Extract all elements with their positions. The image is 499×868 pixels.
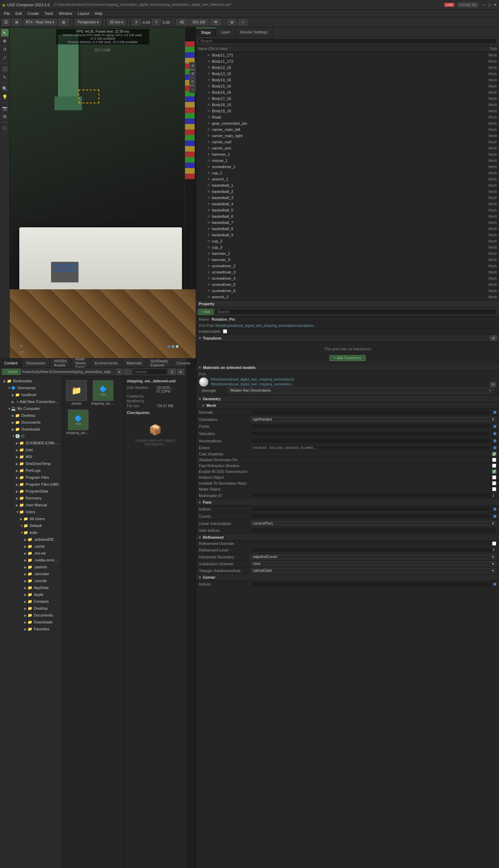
view-dropdown[interactable]: Perspective ▾ [75, 19, 101, 25]
tree-item-body11-171[interactable]: 👁 Body11_171 Mesh [196, 52, 499, 58]
tree-item-screwdriver-1[interactable]: 👁 screwdriver_1 Mesh [196, 164, 499, 170]
tool-light[interactable]: 💡 [1, 93, 9, 101]
toolbar-x-btn[interactable]: X [132, 19, 141, 25]
toolbar-layout-btn[interactable]: ☰ [2, 19, 10, 26]
tree-item-cup-3[interactable]: 👁 cup_3 Mesh [196, 244, 499, 250]
toolbar-snap-btn[interactable]: ⊞ [12, 19, 21, 25]
tool-scale[interactable]: ⤢ [1, 54, 9, 61]
folder-item-downloads[interactable]: ▶ 📁 Downloads [0, 426, 62, 433]
import-button[interactable]: ↑ Import [2, 369, 21, 375]
folder-item-recovery[interactable]: ▶ 📁 Recovery [0, 495, 62, 502]
toolbar-expand-btn[interactable]: ⤢ [238, 19, 247, 25]
folder-item-documents[interactable]: ▶ 📁 Documents [0, 612, 62, 619]
file-thumb-assets[interactable]: 📁 assets [65, 379, 88, 407]
close-btn[interactable]: ✕ [493, 2, 497, 7]
folder-item--nvidia-omniverse[interactable]: ▶ 📁 .nvidia-omniverse [0, 557, 62, 564]
collapse-btn-1[interactable]: ⚙ [189, 62, 196, 69]
face-indices-field[interactable] [251, 506, 491, 512]
tree-item-screwdriver-5[interactable]: 👁 screwdriver_5 Mesh [196, 281, 499, 288]
folder-item-msi[interactable]: ▶ 📁 MSI [0, 453, 62, 460]
add-transforms-button[interactable]: + Add Transforms [329, 355, 366, 361]
linear-interp-dropdown[interactable]: cornersPlus1 ▾ [251, 521, 496, 526]
tree-item-mouse-1[interactable]: 👁 mouse_1 Mesh [196, 157, 499, 164]
menu-window[interactable]: Window [56, 11, 74, 16]
folder-item--arduinoide[interactable]: ▶ 📁 .arduinoIDE [0, 536, 62, 543]
tree-item-basketball-2[interactable]: 👁 basketball_2 Mesh [196, 188, 499, 195]
geometry-section-header[interactable]: ▼ Geometry [196, 396, 499, 402]
folder-item-program-files--x86-[interactable]: ▶ 📁 Program Files (x86) [0, 481, 62, 488]
tree-item-carrier-roof[interactable]: 👁 carrier_roof Mesh [196, 139, 499, 145]
tool-rect[interactable]: ⬛ [1, 65, 9, 73]
file-thumb-usd1[interactable]: 🔷 USD shipping_wo...rksta...usd [90, 379, 116, 407]
menu-layout[interactable]: Layout [75, 11, 92, 16]
tree-item-body17-16[interactable]: 👁 Body17_16 Mesh [196, 95, 499, 102]
folder-item-all-users[interactable]: ▶ 📁 All Users [0, 515, 62, 522]
tree-item-basketball-3[interactable]: 👁 basketball_3 Mesh [196, 195, 499, 201]
folder-item-contacts[interactable]: ▶ 📁 Contacts [0, 598, 62, 605]
tool-grid[interactable]: ⬡ [1, 124, 9, 132]
tree-item-road[interactable]: 👁 Road Mesh [196, 114, 499, 120]
cast-shadows-checkbox[interactable] [492, 452, 496, 456]
tab-layer[interactable]: Layer [216, 28, 236, 36]
folder-item---add-new-connection---[interactable]: ▶ + Add New Connection... [0, 398, 62, 405]
content-list-btn[interactable]: ☰ [169, 369, 176, 375]
corner-section-header[interactable]: ▼ Corner [196, 574, 499, 581]
tree-item-gear-connection-pin[interactable]: 👁 gear_connection_pin Mesh [196, 120, 499, 126]
strength-dropdown[interactable]: Weaker than Descendants ▾ [228, 388, 493, 393]
transform-section-header[interactable]: ▼ Transform ⊞ [196, 334, 499, 342]
tree-item-hammer-2[interactable]: 👁 hammer_2 Mesh [196, 250, 499, 257]
folder-item-my-computer[interactable]: ▼ 💻 My Computer [0, 405, 62, 412]
folder-item-intel[interactable]: ▶ 📁 Intel [0, 446, 62, 453]
tab-asset-stores[interactable]: Asset Stores (beta) [71, 359, 91, 367]
face-section-header[interactable]: ▼ Face [196, 499, 499, 506]
tab-simready[interactable]: SimReady Explorer [146, 359, 173, 367]
tree-item-body15-16[interactable]: 👁 Body15_16 Mesh [196, 83, 499, 89]
tree-item-body12-16[interactable]: 👁 Body12_16 Mesh [196, 64, 499, 71]
tree-item-cup-1[interactable]: 👁 cup_1 Mesh [196, 170, 499, 176]
viewport[interactable]: FPS: 44.26, Frame time: 22.59 ms NVIDIA … [10, 28, 196, 358]
tree-item-screwdriver-2[interactable]: 👁 screwdriver_2 Mesh [196, 263, 499, 269]
menu-edit[interactable]: Edit [13, 11, 24, 16]
folder-item-onedrivetemp[interactable]: ▶ 📁 OneDriveTemp [0, 460, 62, 467]
tree-item-basketball-6[interactable]: 👁 basketball_6 Mesh [196, 213, 499, 219]
refinement-level-field[interactable]: 0 [251, 547, 496, 552]
tree-item-carrier-main-right[interactable]: 👁 carrier_main_right Mesh [196, 133, 499, 139]
minimize-btn[interactable]: ─ [482, 2, 486, 7]
tree-item-wrench-2[interactable]: 👁 wrench_2 Mesh [196, 294, 499, 300]
tree-item-cup-2[interactable]: 👁 cup_2 Mesh [196, 238, 499, 244]
folder-item--simcube[interactable]: ▶ 📁 .simcube [0, 570, 62, 577]
tab-materials[interactable]: Materials [122, 359, 146, 367]
tree-item-body19-16[interactable]: 👁 Body19_16 Mesh [196, 108, 499, 114]
tab-environments[interactable]: Environments [91, 359, 122, 367]
tree-item-body16-16[interactable]: 👁 Body16_16 Mesh [196, 89, 499, 95]
tree-item-basketball-1[interactable]: 👁 basketball_1 Mesh [196, 182, 499, 188]
folder-item-c-[interactable]: ▼ 💽 C: [0, 433, 62, 440]
tab-showcases[interactable]: Showcases [22, 359, 50, 367]
material-path-btn[interactable]: ⊞ [490, 382, 496, 387]
instanceable-checkbox[interactable] [223, 329, 227, 333]
normals-field[interactable] [251, 410, 491, 415]
tree-item-carrier-main-left[interactable]: 👁 carrier_main_left Mesh [196, 126, 499, 133]
folder-item-omniverse[interactable]: ▼ 🔷 Omniverse [0, 384, 62, 391]
tab-render-settings[interactable]: Render Settings [235, 28, 273, 36]
folder-item-programdata[interactable]: ▶ 📁 ProgramData [0, 488, 62, 495]
refinement-section-header[interactable]: ▼ Refinement [196, 534, 499, 541]
property-add-button[interactable]: + Add [198, 309, 213, 315]
focal-dropdown[interactable]: 50 mm ▾ [108, 19, 126, 25]
collapse-btn-2[interactable]: ⊞ [189, 70, 196, 77]
folder-item-kutlu[interactable]: ▼ 📁 kutlu [0, 529, 62, 536]
property-search-input[interactable] [215, 309, 497, 315]
hole-indices-field[interactable] [251, 528, 496, 533]
folder-item-favorites[interactable]: ▶ 📁 Favorites [0, 626, 62, 632]
tree-item-hammer-3[interactable]: 👁 hammer_3 Mesh [196, 257, 499, 263]
toolbar-camera-btn[interactable]: 📷 [211, 19, 221, 25]
toolbar-y-btn[interactable]: Y [152, 19, 161, 25]
mesh-section-header[interactable]: ▼ Mesh [196, 402, 499, 409]
folder-item-bookmarks[interactable]: ▶ 📁 Bookmarks [0, 378, 62, 384]
tree-item-carrier-arm[interactable]: 👁 carrier_arm Mesh [196, 145, 499, 151]
interp-boundary-dropdown[interactable]: edgeAndCorner ▾ [251, 554, 496, 559]
tree-item-wrench-1[interactable]: 👁 wrench_1 Mesh [196, 176, 499, 182]
extent-field[interactable]: [-45.61007, -8.811292, 200.55431; (5.389… [251, 445, 491, 450]
rtx-dropdown[interactable]: RTX - Real-Time ▾ [23, 19, 57, 25]
toolbar-grid-btn[interactable]: ⊞ [227, 19, 236, 25]
